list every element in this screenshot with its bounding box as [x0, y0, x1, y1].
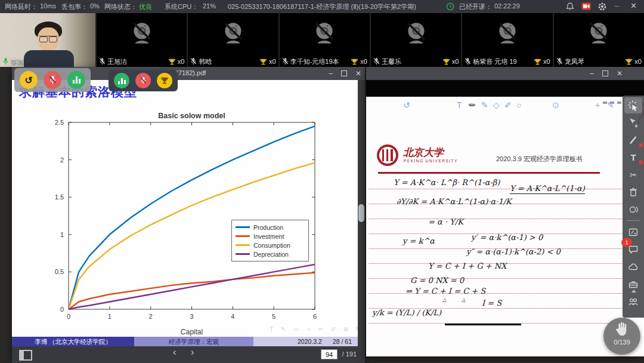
wb-maximize-button[interactable]	[602, 70, 608, 76]
student-video-tile[interactable]: 王馨乐 x0	[371, 13, 461, 67]
pdf-scrollbar[interactable]	[358, 80, 365, 346]
shapes-icon	[627, 204, 639, 216]
record-icon[interactable]	[581, 2, 591, 10]
mic-off-icon	[282, 57, 289, 66]
status-indicator	[603, 101, 607, 104]
pdf-minimize-button[interactable]: –	[329, 69, 333, 78]
app-close-button[interactable]: ✕	[630, 1, 637, 10]
whiteboard-canvas[interactable]: ↺ T ✏ ✎ ◇ ✐ ○ ⊙ + ✎ 北京大学 PEKING UNIVERSI…	[366, 97, 644, 356]
wb-laser-icon[interactable]: ⊙	[552, 100, 559, 110]
legend-swatch	[236, 235, 250, 237]
delete-tool-button[interactable]	[624, 184, 642, 200]
participant-name: 李博	[11, 57, 24, 66]
mic-off-icon	[373, 57, 380, 66]
text-tool-icon: T	[630, 152, 636, 162]
camera-off-icon	[401, 20, 432, 47]
teacher-quick-toolbar: ↺	[14, 68, 91, 92]
math-line: Y = C + I + G + NX	[428, 262, 506, 270]
podium-icon	[73, 76, 80, 84]
classroom-tools-sidebar: T ✂ 1	[623, 96, 644, 318]
text-tool-button[interactable]: T	[624, 149, 642, 165]
student-video-tile[interactable]: 韩晗 x0	[188, 13, 278, 67]
wb-pencil-icon[interactable]: ✏	[469, 100, 476, 110]
mute-mic-button[interactable]	[135, 73, 151, 88]
svg-text:1: 1	[60, 231, 64, 238]
teacher-video-tile[interactable]: 李博	[0, 13, 95, 67]
pdf-maximize-button[interactable]	[341, 70, 347, 76]
svg-text:2: 2	[149, 313, 153, 320]
svg-text:2: 2	[60, 156, 64, 164]
pen-tool-button[interactable]	[624, 132, 642, 148]
svg-text:5: 5	[272, 313, 275, 320]
math-line: G = 0 NX = 0	[410, 276, 464, 285]
packet-loss-label: 丢包率：	[61, 2, 88, 11]
wb-pen-icon[interactable]: ✎	[481, 100, 488, 110]
legend-label: Consumption	[253, 242, 290, 249]
page-total: / 191	[342, 350, 357, 358]
next-page-button[interactable]: ›	[191, 347, 194, 358]
class-started-time: 02:22:29	[494, 2, 520, 10]
bell-icon[interactable]	[565, 2, 575, 11]
wb-marker-icon[interactable]: ✐	[504, 100, 512, 110]
page-number-input[interactable]	[321, 349, 338, 359]
pen-icon	[627, 134, 639, 146]
select-arrow-icon	[627, 117, 639, 129]
mute-mic-button[interactable]	[44, 71, 61, 89]
pdf-scrollbar-thumb[interactable]	[358, 204, 364, 222]
toolbox-icon	[627, 278, 639, 290]
pdf-close-button[interactable]: ✕	[355, 69, 361, 78]
whiteboard-titlebar[interactable]: – ✕	[366, 67, 644, 80]
hand-icon	[614, 321, 630, 337]
legend-swatch	[236, 226, 250, 228]
wb-shape-icon[interactable]: ○	[516, 100, 521, 110]
pointer-tool-button[interactable]	[624, 97, 642, 113]
chat-button[interactable]: 1	[624, 241, 642, 257]
wb-minimize-button[interactable]: –	[590, 69, 594, 78]
undo-button[interactable]: ↺	[20, 71, 38, 89]
cut-tool-button[interactable]: ✂	[624, 167, 642, 183]
participants-button[interactable]	[624, 293, 642, 309]
collapse-arrow-icon	[631, 290, 636, 293]
math-line: y″ = α·(α-1)·k^(α-2) < 0	[466, 247, 561, 256]
stage-stats-button[interactable]	[114, 73, 129, 88]
stage-stats-button[interactable]	[67, 71, 85, 89]
camera-off-icon	[492, 20, 523, 47]
class-started-label: 已经开课：	[459, 2, 492, 11]
raise-hand-button[interactable]: 0/139	[603, 318, 640, 355]
cpu-label: 系统CPU：	[165, 2, 198, 11]
participant-name: 龙凤琴	[565, 57, 584, 66]
trophy-icon	[351, 58, 358, 66]
equation-board-icon	[627, 226, 639, 238]
svg-text:0: 0	[67, 313, 70, 320]
award-trophy-button[interactable]	[157, 73, 172, 88]
student-video-tile[interactable]: 王旭洁 x0	[97, 13, 187, 67]
select-move-tool-button[interactable]	[624, 115, 642, 131]
svg-text:Basic solow model: Basic solow model	[158, 112, 225, 120]
footer-author: 李博 （北京大学经济学院）	[12, 337, 134, 346]
prev-page-button[interactable]: ‹	[173, 347, 176, 358]
wb-add-icon[interactable]: +	[595, 100, 600, 110]
student-video-tile[interactable]: 李千知-元培19本 x0	[280, 13, 370, 67]
loading-cursor-icon	[627, 100, 639, 112]
wb-eraser-icon[interactable]: ◇	[493, 100, 500, 110]
wb-close-button[interactable]: ✕	[617, 69, 623, 78]
wb-text-icon[interactable]: T	[457, 100, 462, 110]
sidebar-toggle-icon[interactable]	[19, 350, 32, 361]
math-line: y′ = α·k^(α-1) > 0	[471, 233, 543, 242]
shapes-tool-button[interactable]	[624, 201, 642, 217]
camera-off-icon	[583, 20, 614, 47]
legend-swatch	[236, 244, 250, 246]
net-delay-value: 10ms	[40, 2, 56, 10]
gear-icon[interactable]	[597, 2, 607, 11]
packet-loss-value: 0%	[90, 2, 100, 10]
student-video-tile[interactable]: 杨紫音 元培 19 x0	[462, 13, 552, 67]
cloud-files-button[interactable]	[624, 259, 642, 275]
net-status-value: 优良	[139, 2, 152, 11]
wb-undo-icon[interactable]: ↺	[403, 100, 410, 110]
answer-board-button[interactable]	[624, 224, 642, 240]
legend-label: Investment	[253, 233, 284, 240]
student-video-tile[interactable]: 龙凤琴 x0	[554, 13, 644, 67]
math-line: ⇒ Y = C + I = C + S	[405, 287, 485, 296]
faint-annotation-toolbar: T ✎ ▭ ○ ✂ ↺ ⊕ ↻	[191, 326, 358, 333]
app-minimize-button[interactable]: –	[615, 1, 619, 10]
